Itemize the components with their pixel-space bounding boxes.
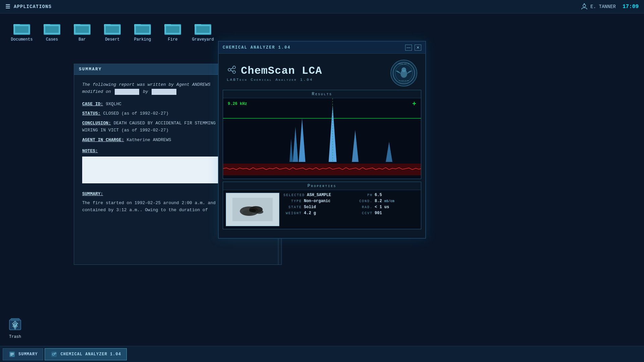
icon-label-parking: Parking	[134, 37, 151, 42]
prop-cond: COND. 8.2 mS/cm	[354, 199, 418, 203]
apps-menu[interactable]: ☰ APPLICATIONS	[5, 3, 52, 10]
trash-label: Trash	[9, 335, 21, 339]
prop-ph: PH 6.5	[354, 193, 418, 197]
icon-label-bar: Bar	[78, 37, 86, 42]
ccvt-key: CCVT	[354, 212, 373, 215]
state-value: Solid	[304, 205, 316, 209]
close-button[interactable]: ✕	[415, 45, 421, 51]
cond-value: 8.2 mS/cm	[375, 199, 394, 203]
icon-label-documents: Documents	[11, 37, 33, 42]
svg-rect-29	[196, 26, 210, 33]
desktop-icon-documents[interactable]: Documents	[10, 20, 34, 42]
chem-btn-icon	[50, 351, 58, 358]
svg-rect-25	[166, 26, 179, 33]
prop-selected: SELECTED ASH_SAMPLE	[283, 193, 347, 197]
weight-key: WEIGHT	[283, 212, 302, 215]
svg-rect-9	[45, 26, 59, 33]
prop-weight: WEIGHT 4.2 g	[283, 211, 347, 216]
molecule-icon	[227, 65, 237, 77]
svg-rect-44	[223, 164, 421, 175]
prop-state: STATE Solid	[283, 205, 347, 209]
icon-label-cases: Cases	[46, 37, 58, 42]
ccvt-value: 901	[375, 211, 382, 216]
results-section: Results 9.26 kHz +	[223, 90, 421, 179]
state-key: STATE	[283, 205, 302, 209]
rad-key: RAD.	[354, 205, 373, 209]
svg-text:FEDERAL DEPT OF: FEDERAL DEPT OF	[398, 63, 409, 65]
chart-zoom-plus[interactable]: +	[412, 100, 416, 108]
top-bar: ☰ APPLICATIONS E. TANNER 17:09	[0, 0, 644, 13]
svg-point-31	[233, 66, 235, 69]
ph-value: 6.5	[375, 193, 382, 197]
prop-ccvt: CCVT 901	[354, 211, 418, 216]
svg-point-32	[233, 71, 235, 73]
minimize-button[interactable]: —	[405, 45, 412, 51]
svg-rect-5	[15, 26, 29, 33]
ph-key: PH	[354, 193, 373, 197]
chemical-analyzer-window: CHEMICAL ANALYZER 1.04 — ✕	[218, 41, 426, 239]
case-id-value: 9XQLHC	[106, 102, 121, 107]
desktop-icon-graveyard[interactable]: Graveyard	[191, 20, 215, 42]
icon-label-desert: Desert	[105, 37, 119, 42]
type-key: TYPE	[283, 199, 302, 203]
cond-key: COND.	[354, 199, 373, 203]
summary-btn-icon	[8, 351, 16, 358]
chemscan-title: ChemScan LCA	[227, 65, 322, 77]
svg-point-61	[14, 324, 16, 326]
window-controls: — ✕	[405, 45, 421, 51]
sample-image	[226, 193, 279, 226]
clock: 17:09	[623, 4, 639, 10]
spectrum-chart	[223, 98, 421, 179]
svg-rect-59	[11, 318, 19, 320]
desktop-icon-desert[interactable]: Desert	[101, 20, 124, 42]
agent-value: Katherine ANDREWS	[127, 137, 171, 142]
desktop: Documents Cases	[0, 13, 644, 346]
desktop-icon-fire[interactable]: Fire	[161, 20, 184, 42]
username: E. TANNER	[590, 4, 616, 9]
results-header: Results	[223, 90, 421, 98]
svg-text:THE TRUTH WE SEEK: THE TRUTH WE SEEK	[399, 80, 409, 81]
agency-seal: ★ ★ ★ ★ ★ FEDERAL DEPT OF THE TRUTH WE S…	[390, 60, 417, 86]
svg-line-33	[231, 68, 233, 69]
properties-section: Properties	[223, 182, 421, 229]
weight-value: 4.2 g	[304, 211, 316, 216]
chemscan-header: ChemScan LCA LABTech Chemical Analyzer 1…	[219, 54, 425, 90]
trash-icon[interactable]: Trash	[7, 316, 23, 339]
svg-point-57	[249, 209, 256, 212]
type-value: Non-organic	[304, 199, 330, 203]
svg-rect-17	[106, 26, 119, 33]
taskbar: SUMMARY CHEMICAL ANALYZER 1.04	[0, 346, 644, 362]
svg-rect-66	[51, 352, 57, 357]
summary-title: SUMMARY	[79, 67, 102, 72]
ash-sample-svg	[232, 198, 273, 221]
svg-point-38	[401, 67, 406, 72]
redacted-date	[115, 89, 140, 95]
user-info: E. TANNER	[581, 3, 616, 10]
cond-unit: mS/cm	[384, 199, 394, 203]
chem-titlebar: CHEMICAL ANALYZER 1.04 — ✕	[219, 42, 425, 54]
taskbar-chem-btn[interactable]: CHEMICAL ANALYZER 1.04	[45, 348, 126, 360]
chemscan-subtitle: LABTech Chemical Analyzer 1.04	[227, 78, 322, 82]
status-value: CLOSED (as of 1992-02-27)	[103, 111, 168, 116]
chart-frequency-label: 9.26 kHz	[228, 102, 247, 106]
prop-type: TYPE Non-organic	[283, 199, 347, 203]
taskbar-summary-label: SUMMARY	[18, 352, 38, 357]
apps-label: APPLICATIONS	[14, 4, 52, 9]
svg-point-56	[255, 210, 263, 214]
user-icon	[581, 3, 588, 10]
svg-point-30	[228, 68, 231, 71]
trash-svg	[7, 316, 23, 333]
desktop-icon-bar[interactable]: Bar	[70, 20, 94, 42]
svg-point-0	[583, 4, 586, 7]
chemscan-logo: ChemScan LCA LABTech Chemical Analyzer 1…	[227, 65, 322, 82]
properties-grid: SELECTED ASH_SAMPLE TYPE Non-organic STA…	[283, 193, 418, 216]
top-bar-right: E. TANNER 17:09	[581, 3, 639, 10]
taskbar-chem-label: CHEMICAL ANALYZER 1.04	[60, 352, 121, 357]
svg-text:★ ★ ★ ★ ★: ★ ★ ★ ★ ★	[400, 82, 408, 83]
desktop-icon-cases[interactable]: Cases	[40, 20, 64, 42]
chart-area: 9.26 kHz +	[223, 98, 421, 179]
taskbar-summary-btn[interactable]: SUMMARY	[3, 348, 43, 360]
selected-key: SELECTED	[283, 193, 305, 197]
desktop-icon-parking[interactable]: Parking	[131, 20, 154, 42]
prop-rad: RAD. < 1 us	[354, 205, 418, 209]
